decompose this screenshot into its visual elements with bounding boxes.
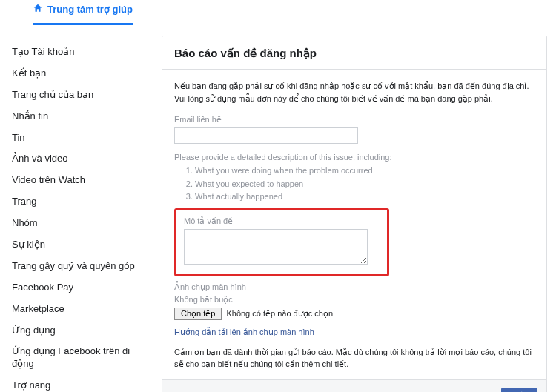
sidebar-item-accessibility[interactable]: Trợ năng bbox=[9, 375, 148, 392]
screenshot-label: Ảnh chụp màn hình bbox=[174, 282, 535, 292]
home-icon bbox=[33, 3, 43, 16]
description-hint-list: What you were doing when the problem occ… bbox=[174, 165, 535, 204]
panel-footer: Gửi bbox=[162, 379, 546, 392]
sidebar-item-home-page[interactable]: Trang chủ của bạn bbox=[9, 84, 148, 106]
sidebar-item-apps[interactable]: Ứng dụng bbox=[9, 320, 148, 342]
choose-file-button[interactable]: Chọn tệp bbox=[174, 308, 222, 320]
main-content: Báo cáo vấn đề đăng nhập Nếu bạn đang gặ… bbox=[148, 28, 556, 392]
issue-textarea[interactable] bbox=[184, 229, 368, 265]
panel-title: Báo cáo vấn đề đăng nhập bbox=[162, 36, 546, 70]
sidebar-item-events[interactable]: Sự kiện bbox=[9, 234, 148, 256]
sidebar-item-messaging[interactable]: Nhắn tin bbox=[9, 106, 148, 127]
email-label: Email liên hệ bbox=[174, 115, 535, 124]
report-panel: Báo cáo vấn đề đăng nhập Nếu bạn đang gặ… bbox=[162, 36, 547, 392]
thanks-text: Cảm ơn bạn đã dành thời gian gửi báo cáo… bbox=[174, 346, 535, 371]
page-header: Trung tâm trợ giúp bbox=[0, 0, 556, 28]
sidebar-item-groups[interactable]: Nhóm bbox=[9, 213, 148, 234]
upload-guide-link[interactable]: Hướng dẫn tải lên ảnh chụp màn hình bbox=[174, 328, 314, 337]
sidebar-item-create-account[interactable]: Tạo Tài khoản bbox=[9, 41, 148, 63]
help-center-tab-label: Trung tâm trợ giúp bbox=[47, 4, 133, 15]
hint-item-2: What you expected to happen bbox=[195, 178, 535, 191]
sidebar-item-marketplace[interactable]: Marketplace bbox=[9, 299, 148, 320]
submit-button[interactable]: Gửi bbox=[501, 388, 537, 392]
sidebar-item-facebook-pay[interactable]: Facebook Pay bbox=[9, 277, 148, 299]
sidebar-item-fundraisers[interactable]: Trang gây quỹ và quyên góp bbox=[9, 256, 148, 277]
sidebar-item-mobile-apps[interactable]: Ứng dụng Facebook trên di động bbox=[9, 341, 148, 375]
issue-label: Mô tả vấn đề bbox=[184, 216, 380, 226]
intro-text: Nếu bạn đang gặp phải sự cố khi đăng nhậ… bbox=[174, 80, 535, 104]
sidebar-item-friending[interactable]: Kết bạn bbox=[9, 63, 148, 84]
panel-body: Nếu bạn đang gặp phải sự cố khi đăng nhậ… bbox=[162, 70, 546, 379]
hint-item-1: What you were doing when the problem occ… bbox=[195, 165, 535, 178]
file-input-row: Chọn tệp Không có tệp nào được chọn bbox=[174, 308, 535, 320]
no-file-text: Không có tệp nào được chọn bbox=[226, 309, 333, 319]
optional-label: Không bắt buộc bbox=[174, 295, 535, 305]
hint-item-3: What actually happened bbox=[195, 190, 535, 204]
sidebar-item-pages[interactable]: Trang bbox=[9, 191, 148, 213]
sidebar-item-photos-videos[interactable]: Ảnh và video bbox=[9, 148, 148, 170]
description-hint-intro: Please provide a detailed description of… bbox=[174, 153, 535, 162]
email-input[interactable] bbox=[174, 127, 358, 144]
sidebar-item-watch[interactable]: Video trên Watch bbox=[9, 170, 148, 191]
sidebar-item-stories[interactable]: Tin bbox=[9, 127, 148, 149]
issue-highlight-box: Mô tả vấn đề bbox=[174, 208, 389, 276]
sidebar-nav: Tạo Tài khoản Kết bạn Trang chủ của bạn … bbox=[0, 28, 148, 392]
help-center-tab[interactable]: Trung tâm trợ giúp bbox=[33, 3, 133, 25]
